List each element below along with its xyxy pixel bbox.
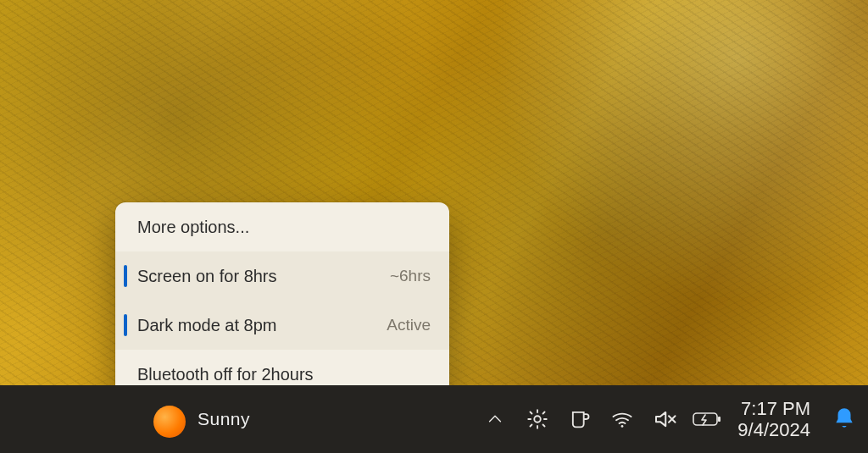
svg-rect-5 [718,417,721,422]
quick-options-flyout: More options... Screen on for 8hrs ~6hrs… [115,202,449,399]
clock-date: 9/4/2024 [737,419,810,440]
system-tray: 7:17 PM 9/4/2024 [478,385,868,453]
svg-point-0 [535,416,541,422]
tray-wifi[interactable] [605,385,639,453]
chevron-up-icon [486,410,504,428]
dark-mode-item[interactable]: Dark mode at 8pm Active [115,301,449,350]
cup-icon [568,407,592,431]
dark-mode-label: Dark mode at 8pm [137,316,277,335]
svg-point-1 [621,425,624,428]
tray-app-icon[interactable] [563,385,597,453]
tray-overflow-chevron[interactable] [478,385,512,453]
tray-volume[interactable] [648,385,682,453]
desktop-viewport: More options... Screen on for 8hrs ~6hrs… [0,0,868,453]
taskbar: Sunny [0,385,868,453]
dark-mode-secondary: Active [387,316,431,334]
sun-icon [153,406,186,438]
screen-on-item[interactable]: Screen on for 8hrs ~6hrs [115,251,449,301]
accent-bar [124,265,127,287]
taskbar-clock[interactable]: 7:17 PM 9/4/2024 [732,398,819,441]
screen-on-secondary: ~6hrs [390,267,431,285]
bell-icon [833,406,855,432]
more-options-label: More options... [137,218,249,237]
screen-on-label: Screen on for 8hrs [137,267,277,286]
speaker-muted-icon [652,406,677,432]
bluetooth-off-label: Bluetooth off for 2hours [137,365,314,384]
tray-settings[interactable] [520,385,554,453]
wifi-icon [610,407,634,431]
more-options-item[interactable]: More options... [115,202,449,251]
tray-battery[interactable] [690,385,724,453]
weather-widget[interactable]: Sunny [148,385,250,453]
weather-label: Sunny [198,409,250,429]
gear-icon [526,407,549,431]
tray-notifications[interactable] [827,385,861,453]
battery-charging-icon [691,409,723,429]
clock-time: 7:17 PM [737,398,810,419]
accent-bar [124,314,127,336]
